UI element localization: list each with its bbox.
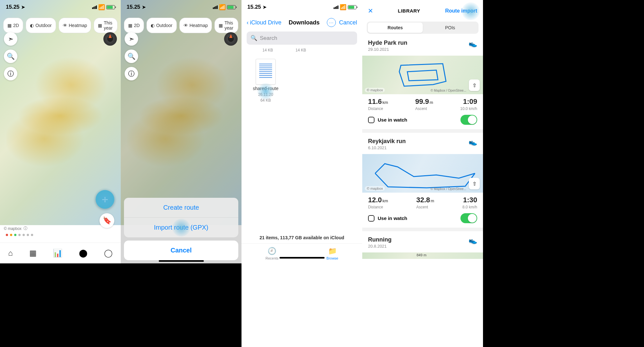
calendar-icon: ▦ [98,23,102,28]
search-button[interactable]: 🔍 [4,50,17,63]
share-icon: ⇧ [472,82,477,88]
back-button[interactable]: ‹iCloud Drive [247,19,281,26]
route-card[interactable]: Hyde Park run 29.10.2021 👟 © mapbox © Ma… [362,36,483,130]
page-title: LIBRARY [398,8,421,14]
map-attr-left: © mapbox [365,186,385,191]
touch-indicator [172,219,190,237]
clock: 15.25 [127,4,140,10]
shoe-icon: 👟 [469,236,477,245]
wifi-icon: 📶 [98,4,105,11]
route-card[interactable]: Running 20.8.2021 👟 849 m [362,233,483,259]
tab-calendar[interactable]: ▦ [29,249,37,258]
more-button[interactable]: ··· [327,18,336,27]
clock: 15.25 [247,4,261,10]
page-title: Downloads [289,19,320,26]
compass-button[interactable] [103,32,117,46]
document-icon [256,59,276,85]
pager-dots [6,234,33,236]
view-mode-chip[interactable]: ▦2D [124,18,144,33]
layer-chip[interactable]: 👁Heatmap [179,18,212,33]
cell-signal-icon [92,5,97,9]
clock-icon: 🕘 [268,247,276,255]
route-map-preview: © mapbox © Mapbox / OpenStree... ⇧ [362,56,483,94]
bookmark-icon: 🔖 [103,216,111,225]
segment-routes[interactable]: Routes [368,23,423,33]
segment-control[interactable]: Routes POIs [367,22,478,34]
map-icon: ▦ [128,23,132,28]
share-button[interactable]: ⇧ [469,79,480,91]
map-attr-right: © Mapbox / OpenStree... [431,187,466,191]
route-title: Reykjavik run [368,138,406,145]
eye-off-icon: 👁 [63,23,67,28]
search-input[interactable]: 🔍 Search [247,32,357,45]
bookmark-button[interactable]: 🔖 [99,213,114,228]
peak-label: 849 m [417,253,427,257]
period-chip[interactable]: ▦This year [94,18,118,33]
map-icon: ▦ [7,23,12,28]
previous-row-sizes: 14 KB 14 KB [242,48,362,52]
import-route-action[interactable]: Import route (GPX) [124,218,238,237]
share-button[interactable]: ⇧ [469,178,480,189]
cancel-button[interactable]: Cancel [339,19,357,26]
map-attr-left: © mapbox [365,88,385,92]
file-item[interactable]: shared-route 26.11.20 64 KB [248,59,283,103]
info-button[interactable]: ⓘ [125,67,138,80]
close-button[interactable]: × [368,6,373,16]
tab-bar: ⌂ ▦ 📊 ⬤ ◯ [0,242,121,263]
run-icon: ◐ [151,23,155,28]
route-map-preview: © mapbox © Mapbox / OpenStree... ⇧ [362,154,483,193]
map-attr-right: © Mapbox / OpenStree... [431,89,466,92]
tab-browse[interactable]: 📁 Browse [327,247,338,260]
search-icon: 🔍 [251,35,257,41]
cell-signal-icon [334,5,338,9]
period-chip[interactable]: ▦This year [214,18,238,33]
search-icon: 🔍 [7,52,15,60]
watch-icon [368,215,374,222]
watch-icon [368,117,374,123]
route-import-button[interactable]: Route import [445,8,477,14]
route-date: 6.10.2021 [368,145,406,150]
info-icon[interactable]: ⓘ [24,226,27,231]
info-button[interactable]: ⓘ [4,67,17,80]
battery-icon [106,5,115,9]
compass-button[interactable] [224,32,238,46]
search-button[interactable]: 🔍 [125,50,138,63]
segment-pois[interactable]: POIs [423,23,478,33]
shoe-icon: 👟 [469,138,477,146]
calendar-icon: ▦ [219,23,223,28]
chevron-left-icon: ‹ [247,19,249,26]
create-route-action[interactable]: Create route [124,198,238,218]
folder-icon: 📁 [328,247,337,255]
touch-indicator [462,2,480,20]
locate-button[interactable]: ➣ [4,32,17,46]
tab-home[interactable]: ⌂ [8,249,13,258]
touch-indicator [257,83,274,100]
activity-type-chip[interactable]: ◐Outdoor [147,18,177,33]
storage-status: 21 items, 113,77 GB available on iCloud [242,235,362,240]
route-map-preview: 849 m [362,252,483,259]
route-date: 29.10.2021 [368,47,407,52]
touch-indicator [94,188,116,211]
watch-toggle[interactable] [460,213,477,223]
watch-label: Use in watch [378,117,407,123]
location-icon: ➤ [263,5,267,10]
tab-stats[interactable]: 📊 [53,249,62,258]
watch-toggle[interactable] [460,115,477,125]
route-date: 20.8.2021 [368,244,392,249]
search-placeholder: Search [260,35,277,41]
home-indicator [279,257,325,259]
view-mode-chip[interactable]: ▦2D [3,18,23,33]
cancel-action[interactable]: Cancel [124,241,238,260]
run-icon: ◐ [30,23,34,28]
tab-recents[interactable]: 🕘 Recents [265,247,278,260]
location-arrow-icon: ➣ [8,35,14,43]
layer-chip[interactable]: 👁Heatmap [59,18,91,33]
tab-profile[interactable]: ◯ [104,249,113,258]
activity-type-chip[interactable]: ◐Outdoor [26,18,56,33]
locate-button[interactable]: ➣ [125,32,138,46]
tab-map[interactable]: ⬤ [79,249,88,258]
watch-label: Use in watch [378,215,407,221]
route-card[interactable]: Reykjavik run 6.10.2021 👟 © mapbox © Map… [362,135,483,228]
route-title: Running [368,236,392,243]
wifi-icon: 📶 [340,4,346,11]
